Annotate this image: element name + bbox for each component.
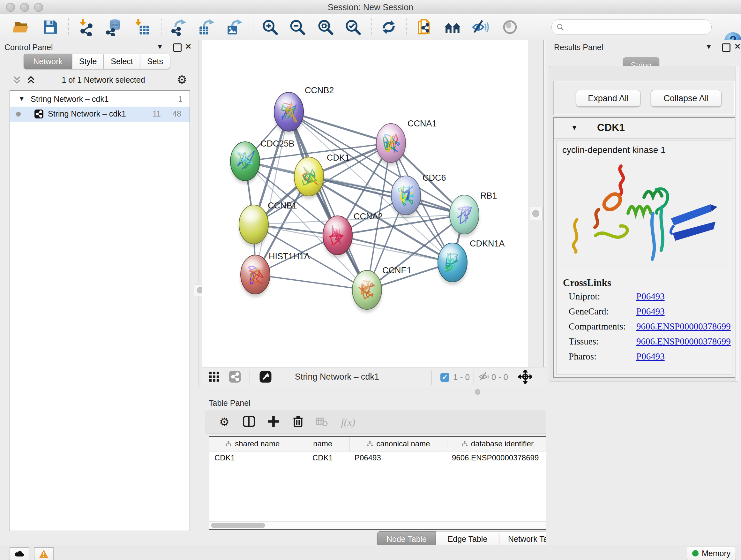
pan-crosshair-icon[interactable]: [518, 370, 532, 385]
network-edge[interactable]: [289, 112, 391, 143]
section-collapse-arrow-icon[interactable]: ▼: [571, 124, 578, 132]
function-builder-icon: f(x): [341, 416, 355, 428]
protein-structure-image: [560, 159, 728, 269]
network-canvas[interactable]: CCNB2CCNA1CDC25BCDK1CDC6RB1CCNB1CCNA2CDK…: [202, 40, 528, 367]
tab-sets[interactable]: Sets: [140, 54, 170, 69]
network-row-selected[interactable]: String Network – cdk1 11 48: [10, 107, 190, 122]
network-node-CDC25B[interactable]: [230, 142, 260, 184]
delete-column-trash-icon[interactable]: [292, 415, 304, 429]
memory-button[interactable]: Memory: [687, 547, 736, 560]
collapse-all-button[interactable]: Collapse All: [651, 90, 722, 107]
gene-section-header[interactable]: ▼ CDK1: [554, 118, 735, 138]
tab-network[interactable]: Network: [23, 54, 72, 69]
crosslink-label: Pharos:: [569, 351, 596, 362]
crosslink-value-link[interactable]: 9606.ENSP00000378699: [636, 336, 731, 347]
network-node-CDKN1A[interactable]: [438, 243, 467, 285]
column-header-database-identifier[interactable]: database identifier: [448, 437, 548, 451]
node-label: CDKN1A: [470, 239, 505, 248]
column-header-shared-name[interactable]: shared name: [209, 437, 296, 451]
crosslink-value-link[interactable]: P06493: [636, 291, 665, 302]
import-table-icon[interactable]: [134, 18, 151, 36]
network-edge[interactable]: [255, 274, 367, 290]
toolbar-separator: [68, 18, 69, 37]
search-input[interactable]: [568, 21, 707, 33]
network-node-CCNB2[interactable]: [274, 92, 304, 134]
network-node-CCNE1[interactable]: [352, 270, 382, 313]
tab-select[interactable]: Select: [104, 54, 140, 69]
crosslink-row: Pharos:P06493: [569, 351, 728, 366]
table-cell[interactable]: CDK1: [209, 451, 296, 464]
cloud-button[interactable]: [10, 547, 29, 560]
zoom-fit-icon[interactable]: [317, 18, 334, 36]
column-header-name[interactable]: name: [296, 437, 350, 451]
right-splitter-handle[interactable]: [529, 207, 542, 220]
results-panel-close-icon[interactable]: ✕: [734, 43, 741, 51]
show-columns-icon[interactable]: [243, 415, 255, 429]
tab-style[interactable]: Style: [72, 54, 104, 69]
houses-icon[interactable]: [444, 18, 461, 36]
import-network-file-icon[interactable]: [78, 18, 95, 36]
add-column-icon[interactable]: [267, 415, 280, 429]
expand-all-button[interactable]: Expand All: [576, 90, 641, 107]
apply-layout-icon[interactable]: [380, 18, 397, 36]
scrollbar-thumb[interactable]: [211, 523, 265, 528]
results-panel-float-icon[interactable]: [722, 44, 731, 52]
zoom-in-icon[interactable]: [261, 18, 279, 36]
crosslinks-heading: CrossLinks: [563, 277, 611, 289]
export-table-icon[interactable]: [198, 18, 215, 36]
open-session-icon[interactable]: [13, 18, 30, 36]
grid-view-icon[interactable]: [209, 371, 219, 383]
network-node-RB1[interactable]: [450, 195, 479, 237]
hide-selected-eye-slash-icon[interactable]: [472, 18, 489, 36]
import-network-database-icon[interactable]: [106, 18, 123, 36]
control-panel-menu-arrow-icon[interactable]: ▾: [158, 43, 162, 51]
table-panel-title: Table Panel: [209, 398, 251, 408]
table-cell[interactable]: CDK1: [296, 451, 349, 464]
column-header-canonical-name[interactable]: canonical name: [350, 437, 447, 451]
network-edge[interactable]: [338, 235, 453, 262]
collapse-all-chevron-icon[interactable]: [12, 75, 22, 85]
view-toolbar-separator: [431, 370, 432, 385]
network-edge[interactable]: [289, 112, 367, 290]
splitter-dot-icon: [475, 389, 480, 395]
collection-expand-arrow-icon[interactable]: ▼: [18, 95, 25, 103]
memory-status-dot-icon: [692, 550, 698, 557]
hidden-counts: 0 - 0: [491, 372, 508, 382]
zoom-out-icon[interactable]: [289, 18, 306, 36]
save-session-icon[interactable]: [42, 18, 59, 36]
tab-edge-table[interactable]: Edge Table: [436, 531, 499, 547]
expand-all-chevron-icon[interactable]: [26, 75, 36, 85]
table-options-gear-icon[interactable]: ⚙: [219, 416, 229, 428]
network-node-CCNA1[interactable]: [376, 124, 406, 166]
network-collection-row[interactable]: ▼ String Network – cdk1 1: [10, 92, 190, 107]
network-edge[interactable]: [255, 112, 289, 274]
zoom-selected-icon[interactable]: [344, 18, 361, 36]
detach-view-icon[interactable]: [259, 370, 272, 384]
results-scrollbar[interactable]: [735, 66, 739, 381]
table-cell[interactable]: P06493: [349, 451, 447, 464]
selected-checkbox-icon[interactable]: ✓: [441, 373, 449, 382]
tab-node-table[interactable]: Node Table: [377, 531, 436, 547]
crosslink-value-link[interactable]: P06493: [636, 306, 665, 317]
network-node-CDK1[interactable]: [294, 157, 324, 199]
results-panel-menu-arrow-icon[interactable]: ▾: [707, 43, 711, 51]
crosslink-label: GeneCard:: [569, 306, 609, 317]
network-node-CDC6[interactable]: [391, 176, 421, 218]
network-options-gear-icon[interactable]: ⚙: [177, 74, 187, 85]
control-panel-close-icon[interactable]: ✕: [185, 43, 192, 51]
table-cell[interactable]: 9606.ENSP00000378699: [447, 451, 547, 464]
cloud-icon: [14, 550, 25, 558]
network-type-icon: [35, 110, 44, 118]
network-node-CCNB1[interactable]: [239, 205, 268, 247]
network-view-share-icon[interactable]: [228, 370, 241, 384]
network-node-CCNA2[interactable]: [323, 216, 352, 258]
export-network-icon[interactable]: [170, 18, 187, 36]
warning-button[interactable]: [34, 547, 54, 560]
control-panel-float-icon[interactable]: [173, 44, 182, 52]
search-field[interactable]: [551, 19, 712, 35]
export-image-icon[interactable]: [226, 18, 243, 36]
crosslink-value-link[interactable]: 9606.ENSP00000378699: [636, 321, 731, 332]
network-node-HIST1H1A[interactable]: [241, 255, 270, 297]
first-neighbors-icon[interactable]: [416, 18, 433, 36]
crosslink-value-link[interactable]: P06493: [636, 351, 665, 362]
